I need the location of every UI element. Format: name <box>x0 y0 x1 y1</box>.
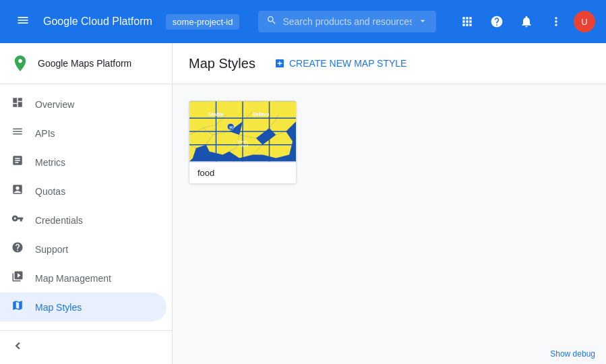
map-style-name: food <box>189 162 296 183</box>
map-styles-label: Map Styles <box>35 302 82 313</box>
add-icon <box>274 58 285 69</box>
search-icon <box>266 15 277 28</box>
metrics-icon <box>11 154 24 170</box>
create-btn-label: CREATE NEW MAP STYLE <box>289 58 407 69</box>
sidebar-item-map-management[interactable]: Map Management <box>0 264 166 293</box>
sidebar-header: Google Maps Platform <box>0 43 172 84</box>
apis-label: APIs <box>35 128 55 139</box>
overview-icon <box>11 96 24 112</box>
search-dropdown-icon[interactable] <box>417 16 428 28</box>
hamburger-menu[interactable] <box>11 8 35 36</box>
support-icon <box>11 241 24 257</box>
page-header: Map Styles CREATE NEW MAP STYLE <box>173 43 606 84</box>
search-input[interactable] <box>282 16 412 27</box>
avatar[interactable]: U <box>574 11 595 32</box>
map-style-card[interactable]: Seattle Bellevu 90 Mercer Island food <box>189 100 297 184</box>
app-layout: Google Maps Platform Overview APIs Metri… <box>0 43 606 364</box>
sidebar-item-quotas[interactable]: Quotas <box>0 177 166 206</box>
credentials-label: Credentials <box>35 215 83 226</box>
sidebar-item-map-styles[interactable]: Map Styles <box>0 293 166 322</box>
sidebar-app-name: Google Maps Platform <box>38 58 131 69</box>
sidebar-item-metrics[interactable]: Metrics <box>0 148 166 177</box>
sidebar-item-support[interactable]: Support <box>0 235 166 264</box>
map-preview-svg: Seattle Bellevu 90 Mercer Island <box>189 101 296 162</box>
map-preview: Seattle Bellevu 90 Mercer Island <box>189 101 296 162</box>
sidebar-collapse-button[interactable] <box>0 330 172 364</box>
sidebar-nav: Overview APIs Metrics Quotas <box>0 84 172 330</box>
top-navigation: Google Cloud Platform some-project-id U <box>0 0 606 43</box>
apps-button[interactable] <box>455 9 479 34</box>
support-label: Support <box>35 244 68 255</box>
main-content: Map Styles CREATE NEW MAP STYLE <box>173 43 606 364</box>
credentials-icon <box>11 212 24 228</box>
quotas-label: Quotas <box>35 186 65 197</box>
debug-link[interactable]: Show debug <box>550 349 595 359</box>
maps-logo-icon <box>11 54 30 73</box>
more-button[interactable] <box>544 9 568 34</box>
page-title: Map Styles <box>189 56 255 71</box>
sidebar-item-credentials[interactable]: Credentials <box>0 206 166 235</box>
map-management-icon <box>11 270 24 286</box>
notifications-button[interactable] <box>514 9 539 34</box>
brand-name: Google Cloud Platform <box>43 16 152 28</box>
top-nav-right: U <box>455 9 595 34</box>
content-area: Seattle Bellevu 90 Mercer Island food <box>173 84 606 200</box>
metrics-label: Metrics <box>35 157 65 168</box>
svg-text:Seattle: Seattle <box>208 112 224 117</box>
svg-text:Island: Island <box>239 144 248 148</box>
apis-icon <box>11 125 24 141</box>
map-styles-icon <box>11 299 24 315</box>
search-bar <box>258 11 436 32</box>
quotas-icon <box>11 183 24 199</box>
sidebar: Google Maps Platform Overview APIs Metri… <box>0 43 173 364</box>
create-map-style-button[interactable]: CREATE NEW MAP STYLE <box>266 54 415 73</box>
overview-label: Overview <box>35 99 74 110</box>
project-chip[interactable]: some-project-id <box>166 14 240 30</box>
svg-text:Bellevu: Bellevu <box>253 112 270 117</box>
sidebar-item-overview[interactable]: Overview <box>0 90 166 119</box>
svg-text:Mercer: Mercer <box>237 140 248 144</box>
svg-text:90: 90 <box>229 126 233 129</box>
help-button[interactable] <box>485 9 509 34</box>
bottom-bar: Show debug <box>539 344 606 364</box>
sidebar-item-apis[interactable]: APIs <box>0 119 166 148</box>
map-management-label: Map Management <box>35 273 111 284</box>
